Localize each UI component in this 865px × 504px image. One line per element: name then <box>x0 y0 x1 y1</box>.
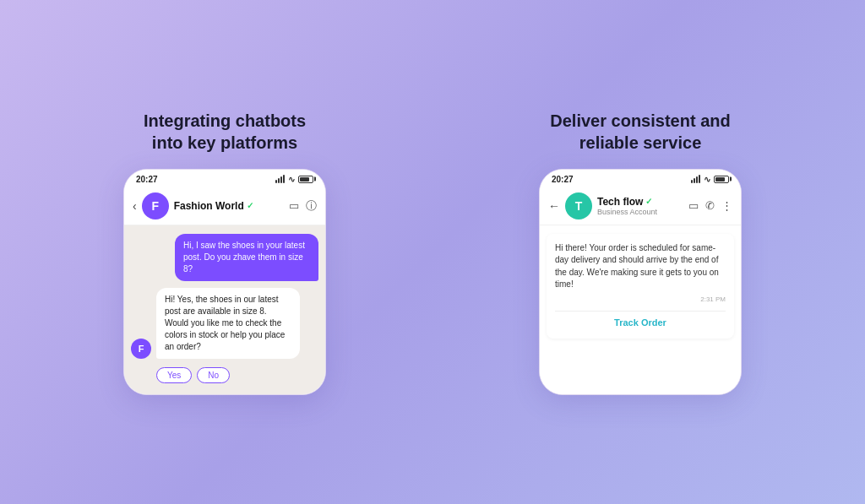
chat-header-right: ← T Tech flow ✓ Business Account ▭ ✆ ⋮ <box>540 187 741 225</box>
quick-replies: Yes No <box>156 367 318 383</box>
status-time-right: 20:27 <box>552 175 574 184</box>
msg-outgoing-bubble: Hi, I saw the shoes in your latest post.… <box>175 234 318 281</box>
verified-icon-left: ✓ <box>247 201 253 210</box>
battery-icon-right <box>714 176 729 183</box>
header-info-left: Fashion World ✓ <box>174 200 284 212</box>
left-phone: 20:27 ∿ ‹ F <box>123 169 326 395</box>
header-actions-right: ▭ ✆ ⋮ <box>688 199 732 212</box>
bot-avatar-left: F <box>131 339 151 359</box>
chat-body-left: Hi, I saw the shoes in your latest post.… <box>124 225 325 394</box>
contact-subtitle-right: Business Account <box>597 208 683 216</box>
chat-body-right: Hi there! Your order is scheduled for sa… <box>540 225 741 394</box>
signal-icon-right <box>691 175 700 183</box>
track-message-text: Hi there! Your order is scheduled for sa… <box>555 242 726 291</box>
status-bar-right: 20:27 ∿ <box>540 170 741 187</box>
main-container: Integrating chatbots into key platforms … <box>0 0 865 504</box>
phone-icon-right[interactable]: ✆ <box>705 199 715 212</box>
chat-header-left: ‹ F Fashion World ✓ ▭ ⓘ <box>124 187 325 225</box>
avatar-left: F <box>142 192 169 219</box>
left-title: Integrating chatbots into key platforms <box>144 110 306 154</box>
video-icon-left[interactable]: ▭ <box>289 199 299 212</box>
wifi-icon-right: ∿ <box>704 175 710 184</box>
more-icon-right[interactable]: ⋮ <box>721 199 732 212</box>
quick-reply-no[interactable]: No <box>197 367 230 383</box>
battery-icon-left <box>298 176 313 183</box>
track-card: Hi there! Your order is scheduled for sa… <box>547 234 734 339</box>
right-section: Deliver consistent and reliable service … <box>449 110 831 395</box>
back-button-right[interactable]: ← <box>548 199 560 213</box>
contact-name-left: Fashion World ✓ <box>174 200 284 212</box>
status-time-left: 20:27 <box>136 175 158 184</box>
track-message-time: 2:31 PM <box>555 295 726 305</box>
status-icons-right: ∿ <box>691 175 729 184</box>
header-actions-left: ▭ ⓘ <box>289 198 317 214</box>
msg-incoming-bubble: Hi! Yes, the shoes in our latest post ar… <box>156 288 300 359</box>
signal-icon-left <box>275 175 285 183</box>
left-section: Integrating chatbots into key platforms … <box>34 110 416 395</box>
msg-outgoing: Hi, I saw the shoes in your latest post.… <box>131 234 318 281</box>
track-btn-row: Track Order <box>555 311 726 330</box>
quick-reply-yes[interactable]: Yes <box>156 367 192 383</box>
back-button-left[interactable]: ‹ <box>133 199 137 213</box>
avatar-right: T <box>565 192 592 219</box>
track-order-button[interactable]: Track Order <box>614 317 666 328</box>
video-icon-right[interactable]: ▭ <box>688 199 699 212</box>
right-title: Deliver consistent and reliable service <box>550 110 730 154</box>
status-icons-left: ∿ <box>275 175 313 184</box>
msg-incoming: F Hi! Yes, the shoes in our latest post … <box>131 288 318 359</box>
wifi-icon-left: ∿ <box>288 175 295 184</box>
status-bar-left: 20:27 ∿ <box>124 170 325 187</box>
verified-icon-right: ✓ <box>645 197 652 206</box>
contact-name-right: Tech flow ✓ <box>597 196 683 208</box>
header-info-right: Tech flow ✓ Business Account <box>597 196 683 216</box>
right-phone: 20:27 ∿ ← T <box>539 169 742 395</box>
info-icon-left[interactable]: ⓘ <box>306 198 317 214</box>
